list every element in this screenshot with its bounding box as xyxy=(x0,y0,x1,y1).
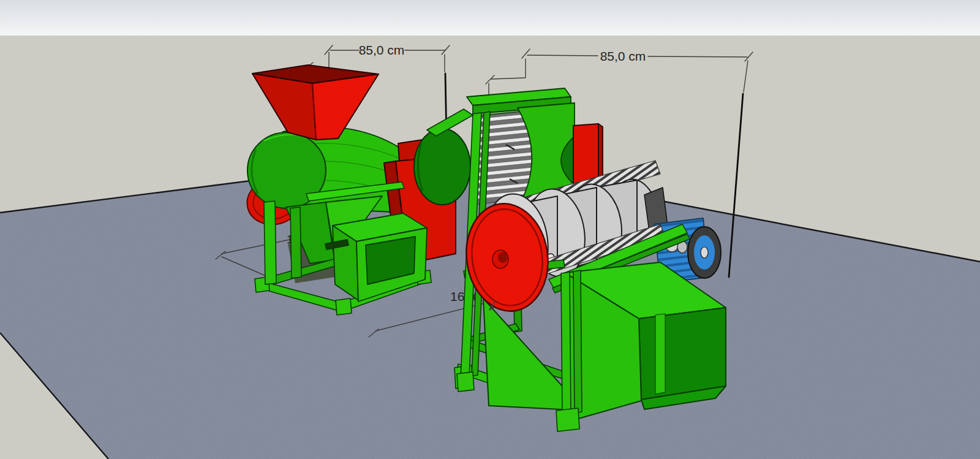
cad-viewport[interactable]: 85,0 cm 85,0 cm 1 16 0 xyxy=(0,0,980,459)
dimension-label-left[interactable]: 85,0 cm xyxy=(359,43,405,57)
dimension-label-right[interactable]: 85,0 cm xyxy=(600,49,646,63)
sky-band xyxy=(0,0,980,36)
right-drum-dome[interactable] xyxy=(414,129,470,205)
scene-canvas[interactable]: 85,0 cm 85,0 cm 1 16 0 xyxy=(0,0,980,459)
dimension-label-floor-right-a[interactable]: 16 xyxy=(450,289,464,303)
